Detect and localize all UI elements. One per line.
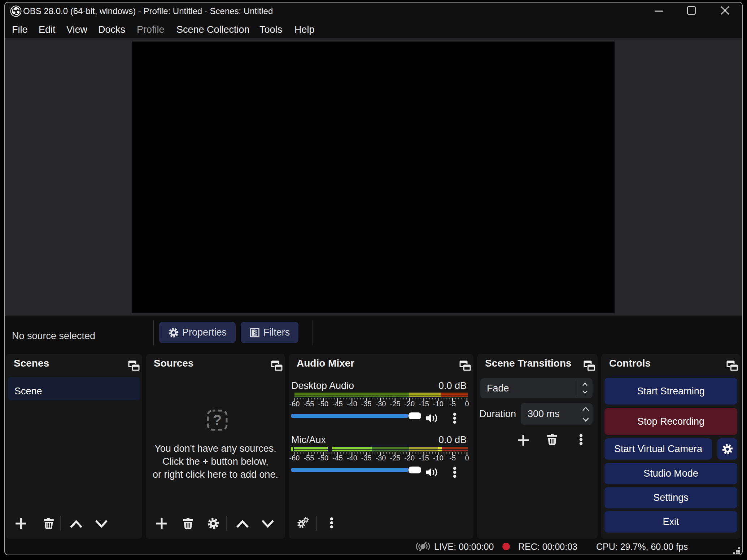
svg-text:?: ?	[213, 412, 222, 428]
